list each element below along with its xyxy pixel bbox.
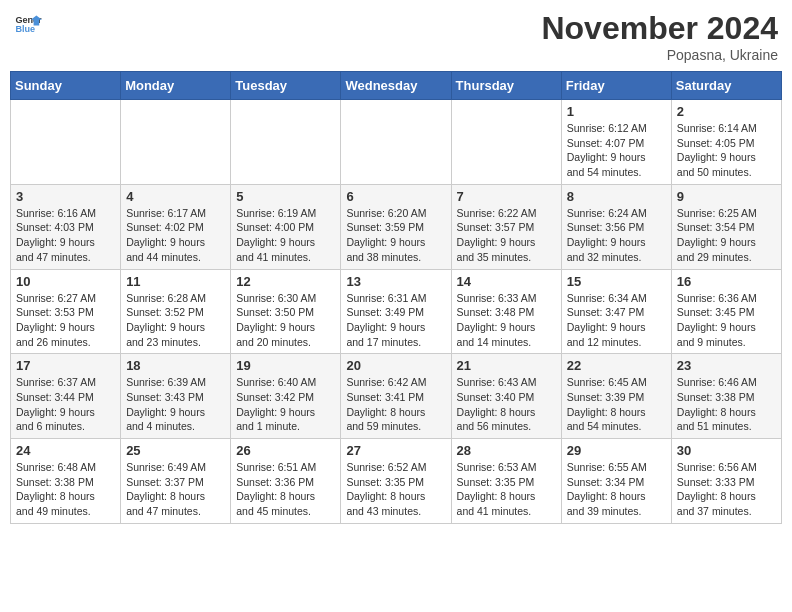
day-info: Sunrise: 6:43 AM Sunset: 3:40 PM Dayligh…: [457, 375, 556, 434]
day-info: Sunrise: 6:55 AM Sunset: 3:34 PM Dayligh…: [567, 460, 666, 519]
day-number: 14: [457, 274, 556, 289]
day-number: 27: [346, 443, 445, 458]
day-number: 6: [346, 189, 445, 204]
day-number: 18: [126, 358, 225, 373]
calendar-cell: 29Sunrise: 6:55 AM Sunset: 3:34 PM Dayli…: [561, 439, 671, 524]
calendar-cell: 14Sunrise: 6:33 AM Sunset: 3:48 PM Dayli…: [451, 269, 561, 354]
calendar-week-row: 17Sunrise: 6:37 AM Sunset: 3:44 PM Dayli…: [11, 354, 782, 439]
day-number: 29: [567, 443, 666, 458]
page-header: General Blue November 2024 Popasna, Ukra…: [10, 10, 782, 63]
day-number: 7: [457, 189, 556, 204]
calendar-cell: 21Sunrise: 6:43 AM Sunset: 3:40 PM Dayli…: [451, 354, 561, 439]
day-info: Sunrise: 6:20 AM Sunset: 3:59 PM Dayligh…: [346, 206, 445, 265]
day-number: 26: [236, 443, 335, 458]
day-info: Sunrise: 6:40 AM Sunset: 3:42 PM Dayligh…: [236, 375, 335, 434]
calendar-cell: [121, 100, 231, 185]
calendar-cell: 5Sunrise: 6:19 AM Sunset: 4:00 PM Daylig…: [231, 184, 341, 269]
calendar-cell: 20Sunrise: 6:42 AM Sunset: 3:41 PM Dayli…: [341, 354, 451, 439]
location: Popasna, Ukraine: [541, 47, 778, 63]
calendar-cell: 3Sunrise: 6:16 AM Sunset: 4:03 PM Daylig…: [11, 184, 121, 269]
title-block: November 2024 Popasna, Ukraine: [541, 10, 778, 63]
calendar-cell: [341, 100, 451, 185]
weekday-header: Tuesday: [231, 72, 341, 100]
calendar-cell: 19Sunrise: 6:40 AM Sunset: 3:42 PM Dayli…: [231, 354, 341, 439]
svg-text:Blue: Blue: [15, 24, 35, 34]
day-info: Sunrise: 6:22 AM Sunset: 3:57 PM Dayligh…: [457, 206, 556, 265]
logo: General Blue: [14, 10, 42, 38]
day-info: Sunrise: 6:37 AM Sunset: 3:44 PM Dayligh…: [16, 375, 115, 434]
weekday-header: Wednesday: [341, 72, 451, 100]
calendar-cell: 26Sunrise: 6:51 AM Sunset: 3:36 PM Dayli…: [231, 439, 341, 524]
calendar-cell: [451, 100, 561, 185]
day-info: Sunrise: 6:19 AM Sunset: 4:00 PM Dayligh…: [236, 206, 335, 265]
weekday-header-row: SundayMondayTuesdayWednesdayThursdayFrid…: [11, 72, 782, 100]
day-number: 16: [677, 274, 776, 289]
day-info: Sunrise: 6:34 AM Sunset: 3:47 PM Dayligh…: [567, 291, 666, 350]
day-info: Sunrise: 6:53 AM Sunset: 3:35 PM Dayligh…: [457, 460, 556, 519]
day-number: 8: [567, 189, 666, 204]
day-number: 25: [126, 443, 225, 458]
calendar-week-row: 1Sunrise: 6:12 AM Sunset: 4:07 PM Daylig…: [11, 100, 782, 185]
calendar-cell: 8Sunrise: 6:24 AM Sunset: 3:56 PM Daylig…: [561, 184, 671, 269]
calendar-cell: [11, 100, 121, 185]
calendar-week-row: 3Sunrise: 6:16 AM Sunset: 4:03 PM Daylig…: [11, 184, 782, 269]
calendar-cell: 12Sunrise: 6:30 AM Sunset: 3:50 PM Dayli…: [231, 269, 341, 354]
day-number: 28: [457, 443, 556, 458]
logo-icon: General Blue: [14, 10, 42, 38]
weekday-header: Sunday: [11, 72, 121, 100]
calendar-cell: 6Sunrise: 6:20 AM Sunset: 3:59 PM Daylig…: [341, 184, 451, 269]
calendar-cell: 7Sunrise: 6:22 AM Sunset: 3:57 PM Daylig…: [451, 184, 561, 269]
day-info: Sunrise: 6:16 AM Sunset: 4:03 PM Dayligh…: [16, 206, 115, 265]
calendar-cell: 24Sunrise: 6:48 AM Sunset: 3:38 PM Dayli…: [11, 439, 121, 524]
weekday-header: Monday: [121, 72, 231, 100]
calendar-cell: 25Sunrise: 6:49 AM Sunset: 3:37 PM Dayli…: [121, 439, 231, 524]
day-number: 24: [16, 443, 115, 458]
calendar-cell: 9Sunrise: 6:25 AM Sunset: 3:54 PM Daylig…: [671, 184, 781, 269]
day-info: Sunrise: 6:36 AM Sunset: 3:45 PM Dayligh…: [677, 291, 776, 350]
day-number: 5: [236, 189, 335, 204]
day-info: Sunrise: 6:56 AM Sunset: 3:33 PM Dayligh…: [677, 460, 776, 519]
calendar-cell: 16Sunrise: 6:36 AM Sunset: 3:45 PM Dayli…: [671, 269, 781, 354]
day-number: 1: [567, 104, 666, 119]
calendar-week-row: 10Sunrise: 6:27 AM Sunset: 3:53 PM Dayli…: [11, 269, 782, 354]
calendar-cell: 30Sunrise: 6:56 AM Sunset: 3:33 PM Dayli…: [671, 439, 781, 524]
day-info: Sunrise: 6:14 AM Sunset: 4:05 PM Dayligh…: [677, 121, 776, 180]
day-number: 21: [457, 358, 556, 373]
day-number: 13: [346, 274, 445, 289]
day-info: Sunrise: 6:45 AM Sunset: 3:39 PM Dayligh…: [567, 375, 666, 434]
calendar-cell: 23Sunrise: 6:46 AM Sunset: 3:38 PM Dayli…: [671, 354, 781, 439]
calendar-cell: 2Sunrise: 6:14 AM Sunset: 4:05 PM Daylig…: [671, 100, 781, 185]
calendar-cell: 15Sunrise: 6:34 AM Sunset: 3:47 PM Dayli…: [561, 269, 671, 354]
day-info: Sunrise: 6:39 AM Sunset: 3:43 PM Dayligh…: [126, 375, 225, 434]
month-title: November 2024: [541, 10, 778, 47]
calendar-cell: [231, 100, 341, 185]
day-info: Sunrise: 6:49 AM Sunset: 3:37 PM Dayligh…: [126, 460, 225, 519]
day-info: Sunrise: 6:52 AM Sunset: 3:35 PM Dayligh…: [346, 460, 445, 519]
calendar-cell: 13Sunrise: 6:31 AM Sunset: 3:49 PM Dayli…: [341, 269, 451, 354]
weekday-header: Saturday: [671, 72, 781, 100]
day-info: Sunrise: 6:12 AM Sunset: 4:07 PM Dayligh…: [567, 121, 666, 180]
calendar-cell: 4Sunrise: 6:17 AM Sunset: 4:02 PM Daylig…: [121, 184, 231, 269]
day-number: 20: [346, 358, 445, 373]
day-number: 17: [16, 358, 115, 373]
calendar-cell: 28Sunrise: 6:53 AM Sunset: 3:35 PM Dayli…: [451, 439, 561, 524]
day-number: 15: [567, 274, 666, 289]
day-info: Sunrise: 6:51 AM Sunset: 3:36 PM Dayligh…: [236, 460, 335, 519]
day-number: 12: [236, 274, 335, 289]
calendar-cell: 17Sunrise: 6:37 AM Sunset: 3:44 PM Dayli…: [11, 354, 121, 439]
day-info: Sunrise: 6:28 AM Sunset: 3:52 PM Dayligh…: [126, 291, 225, 350]
calendar-cell: 11Sunrise: 6:28 AM Sunset: 3:52 PM Dayli…: [121, 269, 231, 354]
day-number: 30: [677, 443, 776, 458]
calendar-cell: 1Sunrise: 6:12 AM Sunset: 4:07 PM Daylig…: [561, 100, 671, 185]
day-number: 4: [126, 189, 225, 204]
calendar-cell: 22Sunrise: 6:45 AM Sunset: 3:39 PM Dayli…: [561, 354, 671, 439]
day-info: Sunrise: 6:48 AM Sunset: 3:38 PM Dayligh…: [16, 460, 115, 519]
day-number: 22: [567, 358, 666, 373]
day-number: 19: [236, 358, 335, 373]
day-info: Sunrise: 6:42 AM Sunset: 3:41 PM Dayligh…: [346, 375, 445, 434]
calendar-table: SundayMondayTuesdayWednesdayThursdayFrid…: [10, 71, 782, 524]
day-info: Sunrise: 6:27 AM Sunset: 3:53 PM Dayligh…: [16, 291, 115, 350]
day-number: 10: [16, 274, 115, 289]
day-info: Sunrise: 6:25 AM Sunset: 3:54 PM Dayligh…: [677, 206, 776, 265]
calendar-cell: 27Sunrise: 6:52 AM Sunset: 3:35 PM Dayli…: [341, 439, 451, 524]
